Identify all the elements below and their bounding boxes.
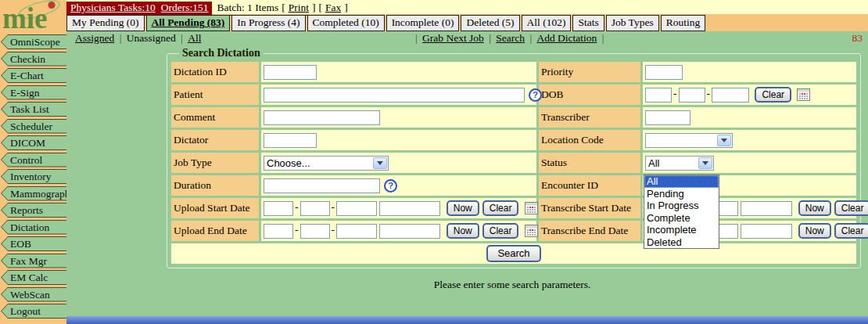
field-label-transcribe-start-date: Transcribe Start Date bbox=[539, 198, 640, 218]
chevron-down-icon bbox=[698, 157, 712, 169]
sidebar-item-esign[interactable]: E-Sign bbox=[1, 85, 66, 100]
sidebar-item-fax-mgr[interactable]: Fax Mgr bbox=[1, 254, 66, 268]
dob-clear-button[interactable]: Clear bbox=[755, 87, 791, 103]
dob-month-input[interactable] bbox=[645, 88, 672, 103]
transcribe-start-time-input[interactable] bbox=[741, 201, 792, 216]
upload-start-month-input[interactable] bbox=[264, 201, 293, 216]
sidebar-item-eob[interactable]: EOB bbox=[1, 236, 66, 251]
dictation-id-input[interactable] bbox=[264, 65, 317, 80]
search-link[interactable]: Search bbox=[496, 32, 525, 44]
sidebar-item-echart[interactable]: E-Chart bbox=[1, 68, 66, 83]
transcribe-end-time-input[interactable] bbox=[741, 224, 792, 239]
duration-input[interactable] bbox=[264, 178, 380, 193]
separator: | bbox=[529, 32, 532, 44]
status-option-all[interactable]: All bbox=[644, 175, 719, 188]
sidebar-item-inventory[interactable]: Inventory bbox=[1, 169, 66, 184]
transcribe-start-clear-button[interactable]: Clear bbox=[834, 200, 868, 216]
status-select[interactable]: All bbox=[645, 156, 714, 171]
print-link[interactable]: Print bbox=[289, 2, 309, 14]
sidebar-item-dicom[interactable]: DICOM bbox=[1, 135, 66, 150]
tab-job-types[interactable]: Job Types bbox=[606, 15, 659, 31]
fax-link[interactable]: Fax bbox=[325, 2, 341, 14]
separator: | bbox=[602, 32, 604, 44]
sidebar-item-control[interactable]: Control bbox=[1, 153, 66, 167]
transcribe-start-now-button[interactable]: Now bbox=[798, 200, 831, 216]
field-label-status: Status bbox=[539, 153, 640, 173]
upload-end-now-button[interactable]: Now bbox=[447, 223, 479, 239]
upload-end-time-input[interactable] bbox=[379, 224, 440, 239]
upload-start-time-input[interactable] bbox=[379, 201, 440, 216]
bracket: ] bbox=[312, 2, 316, 14]
separator: | bbox=[489, 32, 491, 44]
separator: | bbox=[415, 32, 418, 44]
calendar-icon[interactable] bbox=[797, 88, 810, 101]
tab-stats[interactable]: Stats bbox=[572, 15, 604, 31]
comment-input[interactable] bbox=[264, 110, 380, 125]
tab-in-progress[interactable]: In Progress (4) bbox=[231, 15, 305, 31]
sidebar-item-mammography[interactable]: Mammography bbox=[1, 186, 66, 201]
physicians-tasks-link[interactable]: Physicians Tasks:10 bbox=[70, 2, 156, 14]
upload-start-year-input[interactable] bbox=[336, 201, 377, 216]
logo-text: mie bbox=[2, 2, 48, 31]
upload-start-now-button[interactable]: Now bbox=[447, 200, 479, 216]
batch-label: Batch: 1 Items bbox=[217, 2, 278, 14]
sidebar-item-label: Mammography bbox=[1, 186, 66, 201]
patient-input[interactable] bbox=[264, 88, 525, 103]
transcribe-end-clear-button[interactable]: Clear bbox=[834, 223, 868, 239]
location-code-select[interactable] bbox=[645, 133, 733, 148]
status-option-deleted[interactable]: Deleted bbox=[644, 236, 719, 249]
calendar-icon[interactable] bbox=[525, 202, 538, 214]
batch-info: Batch: 1 Items [ Print ] [ Fax ] bbox=[212, 2, 352, 15]
sidebar-item-checkin[interactable]: Checkin bbox=[1, 52, 66, 67]
bracket: ] bbox=[344, 2, 348, 14]
calendar-icon[interactable] bbox=[525, 225, 538, 237]
status-option-incomplete[interactable]: Incomplete bbox=[644, 224, 719, 236]
upload-end-year-input[interactable] bbox=[336, 224, 377, 239]
tab-incomplete[interactable]: Incomplete (0) bbox=[386, 15, 460, 31]
search-button[interactable]: Search bbox=[486, 245, 540, 262]
dob-day-input[interactable] bbox=[679, 88, 705, 103]
orders-link[interactable]: Orders:151 bbox=[161, 2, 209, 14]
sidebar-item-dictation[interactable]: Dictation bbox=[1, 220, 66, 235]
upload-end-day-input[interactable] bbox=[300, 224, 330, 239]
tab-completed[interactable]: Completed (10) bbox=[307, 15, 385, 31]
help-icon[interactable]: ? bbox=[384, 179, 397, 193]
assigned-link[interactable]: Assigned bbox=[75, 32, 114, 44]
dictator-input[interactable] bbox=[264, 133, 317, 148]
sidebar-item-scheduler[interactable]: Scheduler bbox=[1, 119, 66, 134]
tab-all-pending[interactable]: All Pending (83) bbox=[146, 15, 231, 31]
status-option-in-progress[interactable]: In Progress bbox=[644, 200, 719, 212]
sidebar-item-label: Checkin bbox=[1, 52, 66, 67]
transcriber-input[interactable] bbox=[645, 110, 690, 125]
tab-all[interactable]: All (102) bbox=[522, 15, 572, 31]
upload-end-month-input[interactable] bbox=[264, 224, 293, 239]
priority-input[interactable] bbox=[645, 65, 683, 80]
status-option-complete[interactable]: Complete bbox=[644, 212, 719, 225]
status-option-pending[interactable]: Pending bbox=[644, 188, 719, 200]
sidebar-item-em-calc[interactable]: EM Calc bbox=[1, 270, 66, 285]
sidebar-item-label: Scheduler bbox=[1, 119, 66, 134]
transcribe-end-now-button[interactable]: Now bbox=[798, 223, 831, 239]
tab-routing[interactable]: Routing bbox=[661, 15, 706, 31]
tab-deleted[interactable]: Deleted (5) bbox=[461, 15, 519, 31]
upload-end-clear-button[interactable]: Clear bbox=[482, 223, 519, 239]
tab-bar: My Pending (0)All Pending (83)In Progres… bbox=[66, 14, 868, 31]
job-type-select[interactable]: Choose... bbox=[264, 156, 389, 171]
all-link[interactable]: All bbox=[188, 32, 201, 44]
sidebar-item-label: Inventory bbox=[1, 169, 66, 184]
sidebar-item-omniscope[interactable]: OmniScope bbox=[1, 34, 66, 49]
upload-start-day-input[interactable] bbox=[300, 201, 330, 216]
dob-year-input[interactable] bbox=[712, 88, 749, 103]
add-dictation-link[interactable]: Add Dictation bbox=[536, 32, 597, 44]
separator: | bbox=[181, 32, 183, 44]
upload-start-clear-button[interactable]: Clear bbox=[482, 200, 519, 216]
help-icon[interactable]: ? bbox=[529, 88, 542, 102]
date-dash: - bbox=[707, 88, 711, 99]
field-label-upload-start-date: Upload Start Date bbox=[171, 198, 259, 218]
sidebar-item-reports[interactable]: Reports bbox=[1, 203, 66, 218]
sidebar-item-webscan[interactable]: WebScan bbox=[1, 287, 66, 302]
sidebar-item-logout[interactable]: Logout bbox=[1, 304, 66, 319]
grab-next-job-link[interactable]: Grab Next Job bbox=[422, 32, 484, 44]
tab-my-pending[interactable]: My Pending (0) bbox=[66, 15, 145, 31]
sidebar-item-task-list[interactable]: Task List bbox=[1, 102, 66, 117]
